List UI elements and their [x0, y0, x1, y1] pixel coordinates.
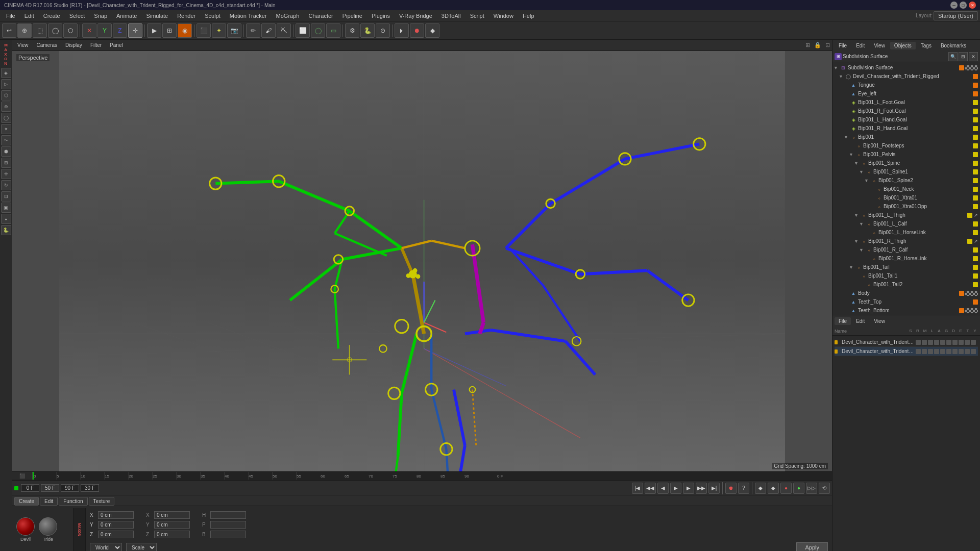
toolbar-light[interactable]: ✦ — [212, 23, 226, 38]
current-frame-input[interactable] — [41, 484, 59, 492]
sidebar-icon-generator[interactable]: ⊞ — [1, 158, 11, 168]
toolbar-render-active[interactable]: ◉ — [178, 23, 192, 38]
om-tab-objects[interactable]: Objects — [890, 42, 916, 49]
mat-tab-function[interactable]: Function — [59, 497, 87, 506]
toolbar-floor[interactable]: ⬜ — [296, 23, 310, 38]
vp-btn-panel[interactable]: Panel — [107, 42, 126, 48]
coord-sx-input[interactable] — [154, 511, 190, 519]
toolbar-sky-obj[interactable]: ◯ — [311, 23, 325, 38]
vp-btn-filter[interactable]: Filter — [87, 42, 105, 48]
tree-item-tail1[interactable]: ▶ ⬦ Bip001_Tail1 — [832, 271, 980, 280]
tree-item-rfoot-goal[interactable]: ▶ ◈ Bip001_R_Foot.Goal — [832, 107, 980, 115]
coord-b-input[interactable] — [210, 531, 246, 538]
fps-input[interactable] — [81, 484, 99, 492]
menu-select[interactable]: Select — [65, 12, 89, 20]
sidebar-icon-rigging[interactable]: ⬥ — [1, 214, 11, 224]
om-tab-view[interactable]: View — [870, 42, 889, 49]
sidebar-icon-render[interactable]: ⬡ — [1, 90, 11, 101]
tl-key-all[interactable]: ◆ — [755, 483, 766, 494]
attr-row-geometry[interactable]: Devil_Character_with_Trident_Rigged_Geom… — [835, 338, 978, 347]
om-tab-tags[interactable]: Tags — [917, 42, 936, 49]
tree-item-spine[interactable]: ▼ ⬦ Bip001_Spine — [832, 159, 980, 167]
tree-item-rthigh[interactable]: ▼ ⬦ Bip001_R_Thigh ↗ — [832, 237, 980, 245]
world-dropdown[interactable]: World Object — [90, 543, 122, 552]
menu-character[interactable]: Character — [304, 12, 337, 20]
om-search-icon[interactable]: 🔍 — [948, 52, 958, 61]
toolbar-cube[interactable]: ⬛ — [197, 23, 211, 38]
tree-item-subdivision[interactable]: ▼ ⊞ Subdivision Surface — [832, 63, 980, 72]
sidebar-icon-scale[interactable]: ⊡ — [1, 191, 11, 202]
menu-simulate[interactable]: Simulate — [142, 12, 172, 20]
material-item-devil[interactable]: Devil — [16, 517, 35, 542]
tl-first-frame[interactable]: |◀ — [632, 483, 643, 494]
mat-tab-create[interactable]: Create — [14, 497, 39, 506]
sidebar-icon-move[interactable]: ✛ — [1, 169, 11, 179]
tl-record[interactable]: ⏺ — [725, 483, 737, 494]
apply-button[interactable]: Apply — [796, 542, 828, 551]
tree-item-rhand-goal[interactable]: ▶ ◈ Bip001_R_Hand.Goal — [832, 124, 980, 133]
toolbar-settings[interactable]: ⚙ — [345, 23, 359, 38]
mat-tab-edit[interactable]: Edit — [40, 497, 58, 506]
attr-tab-view[interactable]: View — [870, 317, 889, 325]
close-button[interactable]: ✕ — [969, 2, 976, 9]
toolbar-undo[interactable]: ↩ — [2, 23, 16, 38]
minimize-button[interactable]: ─ — [950, 2, 958, 9]
toolbar-poly-selection[interactable]: ⬡ — [63, 23, 78, 38]
om-filter-icon[interactable]: ⊟ — [959, 52, 968, 61]
sidebar-icon-sculpt[interactable]: ⊕ — [1, 102, 11, 112]
start-frame-input[interactable] — [21, 484, 39, 492]
material-item-tride[interactable]: Tride — [39, 517, 57, 542]
toolbar-snap[interactable]: ⊙ — [376, 23, 390, 38]
menu-create[interactable]: Create — [39, 12, 64, 20]
tree-item-teeth-bottom[interactable]: ▶ ▲ Teeth_Bottom — [832, 306, 980, 315]
tree-item-rcalf[interactable]: ▼ ⬦ Bip001_R_Calf — [832, 245, 980, 254]
tl-play[interactable]: ▶ — [670, 483, 681, 494]
sidebar-icon-material[interactable]: ◯ — [1, 113, 11, 123]
menu-vray[interactable]: V-Ray Bridge — [395, 12, 436, 20]
tl-loop[interactable]: ⟲ — [819, 483, 830, 494]
coord-x-input[interactable] — [98, 511, 134, 519]
tree-item-xtra01[interactable]: ▶ ⬦ Bip001_Xtra01 — [832, 193, 980, 202]
coord-sy-input[interactable] — [154, 521, 190, 529]
menu-sculpt[interactable]: Sculpt — [201, 12, 225, 20]
sidebar-icon-animate[interactable]: ▷ — [1, 79, 11, 89]
toolbar-sculpt-tool[interactable]: ⛏ — [277, 23, 291, 38]
tl-prev-frame[interactable]: ◀ — [657, 483, 669, 494]
tl-key-rot[interactable]: ● — [793, 483, 804, 494]
maximize-button[interactable]: □ — [960, 2, 967, 9]
sidebar-icon-deformer[interactable]: ⬢ — [1, 146, 11, 157]
tree-item-lfoot-goal[interactable]: ▶ ◈ Bip001_L_Foot.Goal — [832, 98, 980, 107]
toolbar-render[interactable]: ▶ — [147, 23, 161, 38]
scale-dropdown[interactable]: Scale — [126, 543, 157, 552]
toolbar-python[interactable]: 🐍 — [360, 23, 375, 38]
coord-h-input[interactable] — [210, 511, 246, 519]
toolbar-record[interactable]: ⏺ — [410, 23, 424, 38]
tl-play-mode[interactable]: ▷▷ — [806, 483, 817, 494]
toolbar-y-axis[interactable]: Y — [97, 23, 112, 38]
tl-prev-key[interactable]: ◀◀ — [645, 483, 656, 494]
tree-item-lhand-goal[interactable]: ▶ ◈ Bip001_L_Hand.Goal — [832, 115, 980, 124]
coord-sz-input[interactable] — [154, 531, 190, 538]
sidebar-icon-spline[interactable]: 〜 — [1, 135, 11, 145]
tree-item-tail[interactable]: ▼ ⬦ Bip001_Tail — [832, 263, 980, 271]
om-close-icon[interactable]: ✕ — [969, 52, 978, 61]
tree-item-teeth-top[interactable]: ▶ ▲ Teeth_Top — [832, 297, 980, 306]
tree-item-body[interactable]: ▶ ▲ Body — [832, 289, 980, 297]
toolbar-z-axis[interactable]: Z — [113, 23, 127, 38]
layout-value[interactable]: Startup (User) — [934, 11, 978, 20]
sidebar-icon-python[interactable]: 🐍 — [1, 225, 11, 235]
tree-item-pelvis[interactable]: ▼ ⬦ Bip001_Pelvis — [832, 150, 980, 159]
tree-item-eye-left[interactable]: ▶ ▲ Eye_left — [832, 89, 980, 98]
coord-y-input[interactable] — [98, 521, 134, 529]
tree-item-rhorselink[interactable]: ▶ ⬦ Bip001_R_HorseLink — [832, 254, 980, 263]
tree-item-spine1[interactable]: ▼ ⬦ Bip001_Spine1 — [832, 167, 980, 176]
menu-window[interactable]: Window — [489, 12, 518, 20]
toolbar-rectangle-selection[interactable]: ⬚ — [33, 23, 47, 38]
sidebar-icon-rotate[interactable]: ↻ — [1, 180, 11, 190]
vp-btn-display[interactable]: Display — [62, 42, 85, 48]
om-tab-bookmarks[interactable]: Bookmarks — [937, 42, 970, 49]
om-tab-edit[interactable]: Edit — [852, 42, 869, 49]
tree-item-lcalf[interactable]: ▼ ⬦ Bip001_L_Calf — [832, 219, 980, 228]
sidebar-icon-joint[interactable]: ✦ — [1, 124, 11, 134]
tree-item-spine2[interactable]: ▼ ⬦ Bip001_Spine2 — [832, 176, 980, 185]
